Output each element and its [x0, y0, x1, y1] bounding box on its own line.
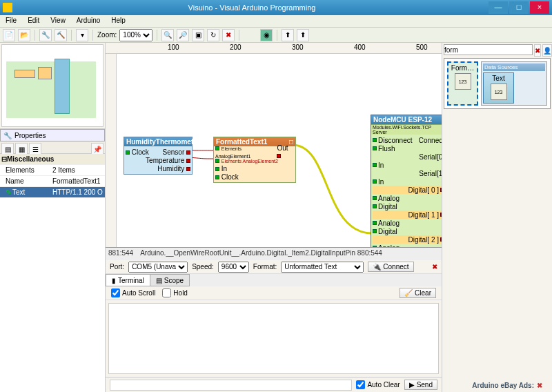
wrench-icon: 🔧 [3, 132, 12, 139]
palette-group-header: Data Sources [483, 63, 545, 71]
palette-group: Data Sources Text 123 [481, 61, 547, 106]
node-title: HumidityThermometer1 [126, 138, 204, 146]
properties-tree[interactable]: ⊟ Miscellaneous Elements2 Items NameForm… [0, 154, 105, 392]
left-column: 🔧 Properties ▤ ▦ ☰ 📌 ⊟ Miscellaneous Ele… [0, 43, 106, 392]
send-input[interactable] [110, 380, 352, 391]
terminal-output[interactable] [108, 303, 439, 374]
menu-file[interactable]: File [0, 15, 22, 27]
menu-arduino[interactable]: Arduino [71, 15, 106, 27]
properties-toolbar: ▤ ▦ ☰ 📌 [0, 141, 105, 154]
broom-icon: 🧹 [404, 289, 413, 297]
tool-icon-2[interactable]: 🔨 [55, 29, 67, 41]
zoom-label: Zoom: [97, 31, 117, 39]
hold-checkbox[interactable]: Hold [162, 288, 188, 297]
separator [34, 30, 35, 41]
canvas[interactable]: HumidityThermometer1□ ClockSensor Temper… [117, 54, 442, 247]
close-button[interactable]: × [530, 1, 549, 14]
node-formatted-text[interactable]: FormattedText1□ Elements AnalogElement1O… [213, 137, 296, 183]
palette-item-label: Text [485, 75, 512, 82]
send-button[interactable]: ▶Send [404, 380, 437, 390]
properties-tab-label: Properties [14, 132, 46, 139]
menu-help[interactable]: Help [106, 15, 131, 27]
canvas-wrap: 100 200 300 400 500 HumidityThermometer1… [106, 43, 442, 247]
palette-btn-1[interactable]: 👤 [542, 44, 552, 57]
palette-search-row: ✖ 👤 ▾ ⊞ ⊟ [444, 44, 551, 57]
autoscroll-checkbox[interactable]: Auto Scroll [111, 288, 155, 297]
clear-button[interactable]: 🧹Clear [400, 288, 436, 298]
component-icon: 123 [455, 73, 471, 90]
properties-panel: 🔧 Properties ▤ ▦ ☰ 📌 ⊟ Miscellaneous Ele… [0, 128, 105, 392]
zoom-in-icon[interactable]: 🔍 [161, 29, 174, 41]
zoom-out-icon[interactable]: 🔎 [177, 29, 189, 41]
dropdown-icon[interactable]: ▾ [76, 29, 88, 41]
search-clear-icon[interactable]: ✖ [534, 44, 541, 57]
node-nodemcu[interactable]: NodeMCU ESP-12 Modules.WiFi.Sockets.TCP … [371, 115, 442, 247]
ads-label: Arduino eBay Ads: [472, 382, 534, 389]
status-coord: 881:544 [108, 249, 133, 259]
menu-edit[interactable]: Edit [22, 15, 45, 27]
menu-view[interactable]: View [45, 15, 71, 27]
window-title: Visuino - Visual Arduino Programming [17, 3, 487, 12]
palette-item-text[interactable]: Text 123 [483, 72, 514, 104]
separator [92, 30, 93, 41]
speed-select[interactable]: 9600 [218, 262, 249, 273]
toolbar: 📄 📂 🔧 🔨 ▾ Zoom: 100% 🔍 🔎 ▣ ↻ ✖ ◉ ⬆ ⬆ [0, 28, 552, 43]
center-column: 100 200 300 400 500 HumidityThermometer1… [106, 43, 442, 392]
connection-row: Port: COM5 (Unava Speed: 9600 Format: Un… [106, 260, 442, 274]
window-buttons: — □ × [487, 1, 549, 14]
palette-item-form[interactable]: Form… 123 [447, 61, 478, 106]
main-area: 🔧 Properties ▤ ▦ ☰ 📌 ⊟ Miscellaneous Ele… [0, 43, 552, 392]
board-icon[interactable]: ◉ [260, 29, 273, 41]
autoclear-checkbox[interactable]: Auto Clear [356, 380, 400, 389]
tab-terminal[interactable]: ▮Terminal [106, 274, 150, 286]
component-icon: 123 [491, 84, 507, 100]
format-label: Format: [253, 263, 277, 271]
menubar: File Edit View Arduino Help [0, 15, 552, 28]
open-icon[interactable]: 📂 [18, 29, 30, 41]
zoom-fit-icon[interactable]: ▣ [192, 29, 204, 41]
minimize-button[interactable]: — [489, 1, 508, 14]
node-close-icon[interactable]: □ [204, 138, 208, 146]
prop-row-name[interactable]: NameFormattedText1 [0, 176, 105, 187]
bottom-tabs: ▮Terminal ▤Scope [106, 274, 442, 286]
palette-search-input[interactable] [444, 44, 533, 55]
palette-items: Form… 123 Data Sources Text 123 [444, 58, 551, 109]
upload2-icon[interactable]: ⬆ [297, 29, 309, 41]
prop-row-elements[interactable]: Elements2 Items [0, 165, 105, 176]
tab-scope[interactable]: ▤Scope [150, 274, 190, 286]
prop-row-text[interactable]: ✎TextHTTP/1.1 200 O [0, 187, 105, 198]
overview-preview[interactable] [1, 44, 103, 127]
maximize-button[interactable]: □ [509, 1, 529, 14]
tool-icon[interactable]: 🔧 [39, 29, 52, 41]
prop-category[interactable]: ⊟ Miscellaneous [0, 154, 105, 165]
bottom-panel: 881:544 Arduino.__OpenWireRootUnit__.Ard… [106, 247, 442, 392]
separator [277, 30, 277, 41]
zoom-select[interactable]: 100% [119, 29, 152, 41]
status-bar: 881:544 Arduino.__OpenWireRootUnit__.Ard… [106, 248, 442, 260]
separator [239, 30, 239, 41]
send-icon: ▶ [409, 381, 415, 389]
refresh-icon[interactable]: ↻ [207, 29, 219, 41]
status-path: Arduino.__OpenWireRootUnit__.Arduino.Dig… [140, 249, 382, 259]
upload-icon[interactable]: ⬆ [282, 29, 294, 41]
node-subtitle: Modules.WiFi.Sockets.TCP Server [371, 124, 442, 135]
port-select[interactable]: COM5 (Unava [128, 262, 188, 273]
node-title: NodeMCU ESP-12 [373, 116, 432, 124]
format-select[interactable]: Unformatted Text [281, 262, 364, 273]
port-label: Port: [110, 263, 124, 271]
ads-close-icon[interactable]: ✖ [537, 382, 542, 389]
ruler-horizontal: 100 200 300 400 500 [106, 43, 442, 54]
properties-tab[interactable]: 🔧 Properties [0, 129, 105, 141]
panel-close-icon[interactable]: ✖ [432, 263, 437, 271]
separator [157, 30, 157, 41]
new-icon[interactable]: 📄 [3, 29, 15, 41]
plug-icon: 🔌 [373, 263, 381, 271]
node-humidity-thermometer[interactable]: HumidityThermometer1□ ClockSensor Temper… [124, 137, 193, 175]
palette-column: ✖ 👤 ▾ ⊞ ⊟ Form… 123 Data Sources Text 12… [442, 43, 552, 392]
pencil-icon: ✎ [6, 188, 11, 196]
connect-button[interactable]: 🔌Connect [368, 262, 413, 272]
titlebar: Visuino - Visual Arduino Programming — □… [0, 0, 552, 15]
delete-icon[interactable]: ✖ [222, 29, 235, 41]
palette-item-label: Form… [450, 64, 475, 72]
app-icon [3, 3, 12, 12]
